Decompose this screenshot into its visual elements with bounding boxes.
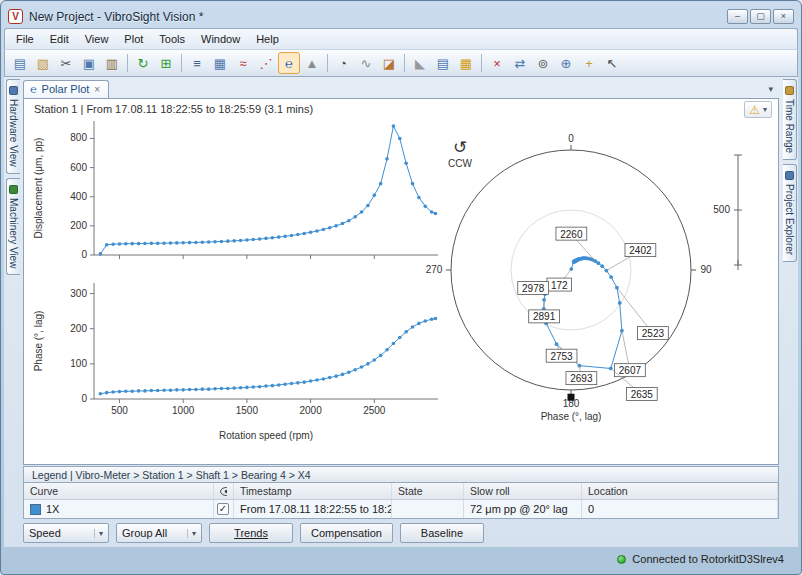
svg-text:2753: 2753 [550,351,573,362]
menu-file[interactable]: File [9,32,41,46]
project-explorer-icon [785,171,794,180]
app-window: V New Project - VibroSight Vision * – ▢ … [0,0,802,575]
svg-text:1500: 1500 [236,405,259,416]
copy-icon[interactable]: ▣ [78,52,100,74]
compensation-button[interactable]: Compensation [300,523,393,543]
close-button[interactable]: × [773,9,794,24]
timestamp-cell: From 17.08.11 18:22:55 to 18:25:59 [234,500,392,518]
event-list-icon[interactable]: ▤ [432,52,454,74]
title-bar[interactable]: V New Project - VibroSight Vision * – ▢ … [4,4,798,28]
delete-icon[interactable]: × [486,52,508,74]
toolbar-separator [481,54,482,72]
legend-row[interactable]: 1X✓From 17.08.11 18:22:55 to 18:25:5972 … [24,500,778,518]
toolbar: ▤▧✂▣▥↻⊞≡▦≈⋰℮▲◔∿◪◣▤▦×⇄⊚⊕+↖ [4,49,798,77]
left-panel-strip: Hardware ViewMachinery View [4,77,21,547]
speed-dropdown[interactable]: Speed▾ [23,523,109,543]
tab-polar-plot[interactable]: ℮Polar Plot× [23,80,109,98]
svg-text:200: 200 [70,220,87,231]
baseline-button-label: Baseline [421,527,463,539]
baseline-button[interactable]: Baseline [400,523,484,543]
chevron-down-icon: ▾ [94,529,103,538]
eraser-icon[interactable]: ◪ [378,52,400,74]
side-tab-time-range[interactable]: Time Range [783,79,797,160]
cursor-icon[interactable]: ↖ [601,52,623,74]
svg-text:2978: 2978 [522,283,545,294]
svg-text:90: 90 [700,264,712,275]
connection-status-icon [617,555,626,564]
warning-button[interactable]: ⚠ ▾ [744,101,772,118]
window-title: New Project - VibroSight Vision * [29,10,203,24]
svg-text:Phase (°, lag): Phase (°, lag) [33,311,44,372]
column-header-timestamp[interactable]: Timestamp [234,483,392,499]
menu-plot[interactable]: Plot [117,32,150,46]
fit-view-icon[interactable]: ⊞ [155,52,177,74]
import-export-icon[interactable]: ⇄ [509,52,531,74]
menu-window[interactable]: Window [194,32,247,46]
hardware-view-icon [9,86,18,95]
pan-icon[interactable]: + [578,52,600,74]
bode-plot-icon[interactable]: ≡ [186,52,208,74]
app-logo-icon: V [8,9,23,24]
svg-text:1000: 1000 [172,405,195,416]
menu-help[interactable]: Help [249,32,286,46]
shaft-centerline-icon[interactable]: ∿ [355,52,377,74]
right-panel-strip: Time RangeProject Explorer [781,77,798,547]
trend-plot-icon[interactable]: ⋰ [255,52,277,74]
svg-text:100: 100 [70,358,87,369]
side-tab-hardware-view[interactable]: Hardware View [6,79,20,174]
svg-text:2523: 2523 [642,328,665,339]
cut-icon[interactable]: ✂ [55,52,77,74]
legend-table: CurveTimestampStateSlow rollLocation 1X✓… [23,483,779,519]
column-header-curve[interactable]: Curve [24,483,214,499]
displacement-vs-speed-svg: 0200400600800Displacement (μm, pp) [30,115,454,265]
menu-edit[interactable]: Edit [43,32,76,46]
displacement-chart[interactable]: 0200400600800Displacement (μm, pp) [30,115,454,267]
svg-text:2500: 2500 [363,405,386,416]
paste-icon[interactable]: ▥ [101,52,123,74]
svg-text:2000: 2000 [299,405,322,416]
open-icon[interactable]: ▧ [32,52,54,74]
side-tab-label: Time Range [784,99,795,153]
svg-text:2402: 2402 [629,245,652,256]
legend-header[interactable]: Legend | Vibro-Meter > Station 1 > Shaft… [23,466,779,483]
refresh-icon[interactable]: ↻ [132,52,154,74]
cascade-plot-icon[interactable]: ◣ [409,52,431,74]
menu-view[interactable]: View [78,32,116,46]
column-header-slow-roll[interactable]: Slow roll [464,483,582,499]
maximize-button[interactable]: ▢ [750,9,771,24]
minimize-button[interactable]: – [727,9,748,24]
polar-plot-icon[interactable]: ℮ [278,52,300,74]
tools-dropdown-icon[interactable]: ⊚ [532,52,554,74]
spectrum-icon[interactable]: ▲ [301,52,323,74]
polar-chart[interactable]: 090180270Phase (°, lag)↺CCW1722260240225… [420,119,778,453]
menu-bar: FileEditViewPlotToolsWindowHelp [4,28,798,49]
svg-text:172: 172 [551,280,568,291]
group-dropdown[interactable]: Group All▾ [116,523,202,543]
tab-list-dropdown-icon[interactable]: ▾ [762,84,779,98]
zoom-icon[interactable]: ⊕ [555,52,577,74]
column-header-location[interactable]: Location [582,483,778,499]
menu-tools[interactable]: Tools [152,32,192,46]
table-icon[interactable]: ▦ [209,52,231,74]
new-icon[interactable]: ▤ [9,52,31,74]
orbit-icon[interactable]: ◔ [332,52,354,74]
trends-button[interactable]: Trends [209,523,293,543]
side-tab-project-explorer[interactable]: Project Explorer [783,164,797,262]
machinery-view-icon [9,185,18,194]
matrix-icon[interactable]: ▦ [455,52,477,74]
visibility-checkbox[interactable]: ✓ [217,503,229,515]
toolbar-separator [127,54,128,72]
svg-text:Rotation speed (rpm): Rotation speed (rpm) [219,430,313,441]
svg-text:270: 270 [426,264,443,275]
svg-text:CCW: CCW [448,158,472,169]
column-header-state[interactable]: State [392,483,464,499]
column-header-visibility[interactable] [214,483,234,499]
phase-chart[interactable]: 01002003005001000150020002500Phase (°, l… [30,277,454,447]
svg-text:0: 0 [81,249,87,260]
polar-plot-icon: ℮ [30,83,37,95]
waveform-icon[interactable]: ≈ [232,52,254,74]
svg-text:Displacement (μm, pp): Displacement (μm, pp) [33,138,44,239]
side-tab-machinery-view[interactable]: Machinery View [6,178,20,275]
curve-name: 1X [46,503,59,515]
tab-close-icon[interactable]: × [94,84,100,95]
